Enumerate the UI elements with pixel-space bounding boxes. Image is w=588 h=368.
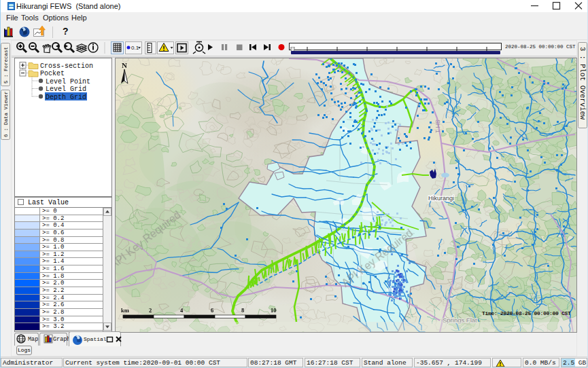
svg-text:Pocket: Pocket <box>40 70 65 77</box>
svg-text:3 : Plot Overview: 3 : Plot Overview <box>578 47 587 120</box>
svg-text:Time: 2020-08-25 00:00:00 CST: Time: 2020-08-25 00:00:00 CST <box>482 310 571 316</box>
svg-text:6: 6 <box>211 307 213 314</box>
svg-text:6 : Data Viewer: 6 : Data Viewer <box>3 91 9 137</box>
svg-text:Depth Grid: Depth Grid <box>46 94 86 101</box>
svg-text:2: 2 <box>149 307 152 314</box>
svg-text:N: N <box>122 61 127 69</box>
svg-text:8: 8 <box>241 307 244 314</box>
svg-text:0.1: 0.1 <box>131 45 139 51</box>
svg-text:Level Point: Level Point <box>46 78 90 86</box>
svg-text:5 : Forecast: 5 : Forecast <box>3 47 9 84</box>
svg-text:SH 1: SH 1 <box>434 119 441 133</box>
svg-text:km: km <box>121 307 129 314</box>
svg-text:Hikurangi: Hikurangi <box>428 195 454 202</box>
svg-text:Level Grid: Level Grid <box>46 86 86 93</box>
svg-text:Cross-section: Cross-section <box>40 62 93 70</box>
svg-text:10: 10 <box>271 307 277 314</box>
